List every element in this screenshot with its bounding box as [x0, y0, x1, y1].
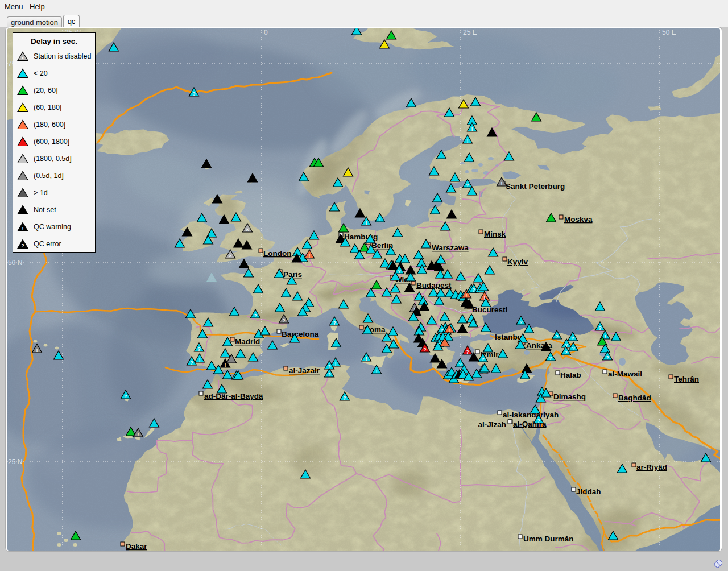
svg-text:!: ! [22, 226, 24, 231]
svg-text:×: × [21, 55, 24, 61]
svg-text:?: ? [21, 243, 24, 249]
